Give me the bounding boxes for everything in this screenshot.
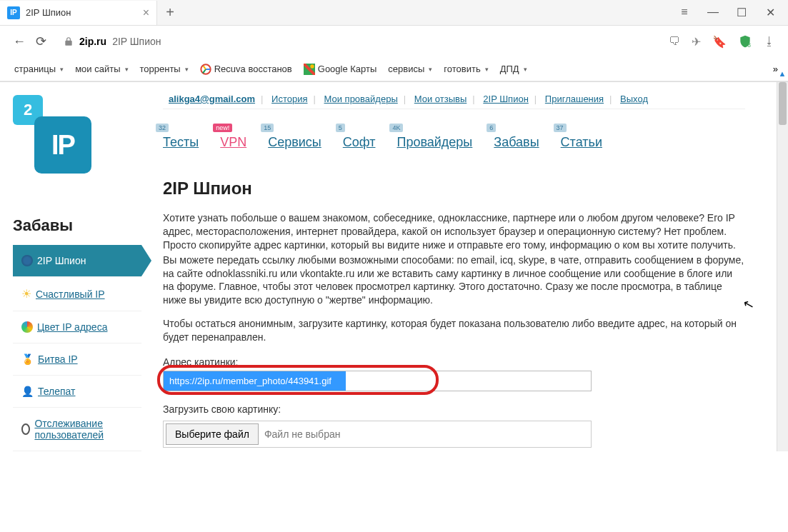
user-nav: alikga4@gmail.com| История| Мои провайде… [163,89,745,109]
url-field-label: Адрес картинки: [163,356,745,369]
choose-file-button[interactable]: Выберите файл [166,423,259,445]
bookmark-icon[interactable]: 🔖 [712,35,727,49]
color-ball-icon [21,321,33,333]
page-content: 2 IP Забавы 2IP Шпион ☀Счастливый IP Цве… [0,82,788,451]
paragraph: Хотите узнать побольше о вашем знакомом,… [163,211,745,252]
sidebar-item-telepath[interactable]: 👤Телепат [13,376,141,408]
lock-icon [64,36,74,46]
nav-services[interactable]: 15Сервисы [268,126,321,150]
paragraph: Вы можете передать ссылку любыми возможн… [163,254,745,308]
bookmark-item[interactable]: Recuva восстанов [196,61,296,78]
main-column: alikga4@gmail.com| История| Мои провайде… [141,89,745,451]
badge-new: new! [213,124,232,132]
page-title: 2IP Шпион [163,179,745,199]
close-icon[interactable]: × [143,6,149,19]
paragraph: Чтобы остаться анонимным, загрузите карт… [163,317,745,344]
bookmark-item[interactable]: готовить [439,61,492,77]
address-bar: ← ⟳ 2ip.ru 2IP Шпион 🗨 ✈ 🔖 8 ⭳ [0,26,788,57]
maximize-icon[interactable]: ☐ [734,6,749,19]
badge: 37 [554,124,567,132]
reload-icon[interactable]: ⟳ [36,34,46,49]
nav-providers[interactable]: Мои провайдеры [324,94,398,104]
tab-title: 2IP Шпион [26,7,137,18]
maps-icon [304,64,315,75]
svg-point-3 [310,64,314,68]
tab-favicon-icon: IP [7,6,20,19]
nav-spy[interactable]: 2IP Шпион [483,94,529,104]
trophy-icon: 🏅 [21,353,34,365]
nav-logout[interactable]: Выход [620,94,648,104]
bookmark-item[interactable]: торренты [136,61,193,77]
menu-icon[interactable]: ≡ [677,6,692,19]
file-field-label: Загрузить свою картинку: [163,403,745,416]
user-email-link[interactable]: alikga4@gmail.com [169,94,255,104]
head-icon: 👤 [21,386,34,397]
google-icon [200,64,211,75]
target-icon [21,423,30,435]
window-controls: ≡ — ☐ ✕ [667,6,788,19]
sidebar-item-ip-color[interactable]: Цвет IP адреса [13,311,141,343]
nav-invites[interactable]: Приглашения [545,94,604,104]
bookmark-item[interactable]: мои сайты [71,61,132,77]
nav-history[interactable]: История [271,94,307,104]
content-body: Хотите узнать побольше о вашем знакомом,… [163,211,745,448]
sidebar-item-lucky-ip[interactable]: ☀Счастливый IP [13,277,141,311]
download-icon[interactable]: ⭳ [764,35,775,48]
file-status: Файл не выбран [264,428,341,440]
scrollbar-thumb[interactable] [779,82,787,125]
url-domain: 2ip.ru [79,36,106,47]
bookmarks-bar: страницы мои сайты торренты Recuva восст… [0,57,788,81]
browser-tab[interactable]: IP 2IP Шпион × [0,1,157,25]
translate-icon[interactable]: 🗨 [669,35,680,48]
image-url-input[interactable] [163,371,592,391]
bookmark-item[interactable]: страницы [10,61,68,77]
close-window-icon[interactable]: ✕ [762,6,778,19]
sidebar-item-spy[interactable]: 2IP Шпион [13,245,141,277]
bookmark-item[interactable]: сервисы [384,61,437,77]
badge: 6 [487,124,496,132]
url-input[interactable]: 2ip.ru 2IP Шпион [56,31,659,52]
logo-ip: IP [34,116,91,174]
address-bar-icons: 🗨 ✈ 🔖 8 ⭳ [669,34,775,49]
back-icon[interactable]: ← [13,34,26,49]
minimize-icon[interactable]: — [705,6,721,19]
url-path: 2IP Шпион [112,36,161,47]
badge: 4K [389,124,403,132]
sidebar-list: 2IP Шпион ☀Счастливый IP Цвет IP адреса … [13,245,141,451]
badge: 5 [336,124,345,132]
new-tab-button[interactable]: + [157,4,183,21]
nav-tests[interactable]: 32Тесты [163,126,199,150]
bookmark-item[interactable]: Google Карты [299,61,381,78]
sidebar-item-tracking[interactable]: Отслеживание пользователей [13,408,141,451]
sidebar-item-ip-battle[interactable]: 🏅Битва IP [13,343,141,376]
nav-providers[interactable]: 4KПровайдеры [397,126,472,150]
nav-reviews[interactable]: Мои отзывы [414,94,467,104]
svg-text:8: 8 [747,41,751,49]
globe-icon [21,255,33,266]
shield-icon[interactable]: 8 [738,34,752,49]
nav-articles[interactable]: 37Статьи [561,126,602,150]
file-input-row: Выберите файл Файл не выбран [163,421,592,448]
nav-vpn[interactable]: new!VPN [220,126,246,150]
bookmark-item[interactable]: ДПД [496,61,532,77]
scroll-up-icon[interactable]: ▲ [777,69,788,78]
tab-bar: IP 2IP Шпион × + ≡ — ☐ ✕ [0,0,788,26]
url-input-wrap [163,371,592,391]
left-column: 2 IP Забавы 2IP Шпион ☀Счастливый IP Цве… [13,89,141,451]
badge: 32 [156,124,169,132]
send-icon[interactable]: ✈ [692,35,701,49]
badge: 15 [261,124,274,132]
main-nav: 32Тесты new!VPN 15Сервисы 5Софт 4KПровай… [163,126,745,150]
nav-soft[interactable]: 5Софт [343,126,376,150]
site-logo[interactable]: 2 IP [13,95,91,174]
sun-icon: ☀ [21,287,31,301]
nav-fun[interactable]: 6Забавы [494,126,539,150]
sidebar-title: Забавы [13,216,141,235]
browser-chrome: IP 2IP Шпион × + ≡ — ☐ ✕ ← ⟳ 2ip.ru 2IP … [0,0,788,82]
vertical-scrollbar[interactable]: ▲ [777,82,788,451]
